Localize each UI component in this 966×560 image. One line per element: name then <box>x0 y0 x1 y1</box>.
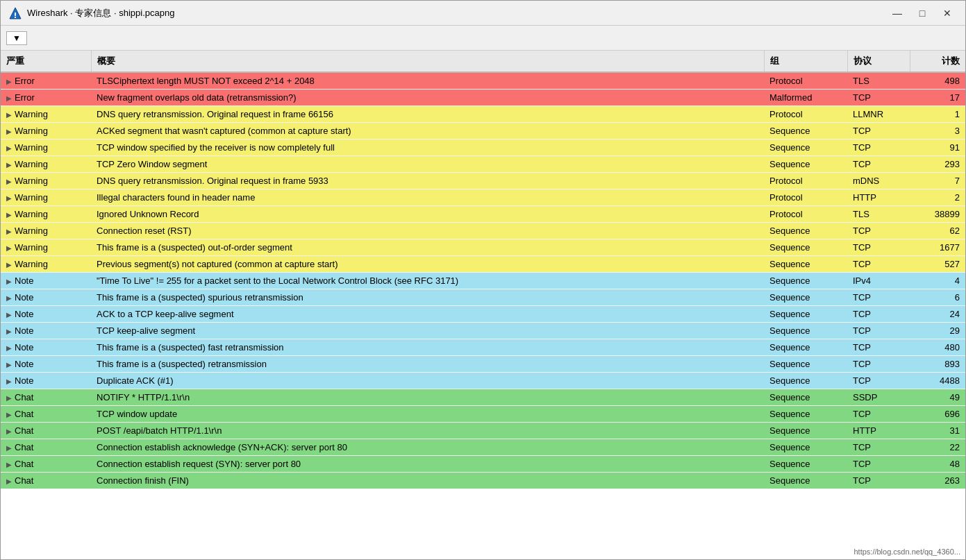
window-controls: — □ ✕ <box>888 6 957 21</box>
cell-protocol: IPv4 <box>847 273 910 289</box>
table-row[interactable]: ▶WarningDNS query retransmission. Origin… <box>1 106 965 123</box>
table-row[interactable]: ▶NoteDuplicate ACK (#1)SequenceTCP4488 <box>1 373 965 389</box>
cell-group: Sequence <box>764 123 847 139</box>
table-row[interactable]: ▶WarningIgnored Unknown RecordProtocolTL… <box>1 206 965 223</box>
cell-summary: NOTIFY * HTTP/1.1\r\n <box>91 389 764 406</box>
expand-icon[interactable]: ▶ <box>6 94 12 102</box>
table-row[interactable]: ▶ChatConnection establish acknowledge (S… <box>1 439 965 456</box>
cell-summary: New fragment overlaps old data (retransm… <box>91 90 764 106</box>
table-row[interactable]: ▶ErrorTLSCiphertext length MUST NOT exce… <box>1 72 965 90</box>
cell-protocol: TCP <box>847 339 910 356</box>
expand-icon[interactable]: ▶ <box>6 344 12 352</box>
cell-protocol: LLMNR <box>847 106 910 123</box>
expand-icon[interactable]: ▶ <box>6 128 12 135</box>
table-row[interactable]: ▶NoteThis frame is a (suspected) spuriou… <box>1 289 965 306</box>
watermark: https://blog.csdn.net/qq_4360... <box>853 548 960 556</box>
cell-summary: ACK to a TCP keep-alive segment <box>91 306 764 323</box>
expand-icon[interactable]: ▶ <box>6 244 12 252</box>
cell-severity: ▶Warning <box>1 156 91 173</box>
cell-severity: ▶Warning <box>1 123 91 139</box>
expand-icon[interactable]: ▶ <box>6 461 12 468</box>
dropdown-button[interactable]: ▼ <box>6 31 27 45</box>
cell-group: Sequence <box>764 473 847 489</box>
table-row[interactable]: ▶WarningDNS query retransmission. Origin… <box>1 173 965 189</box>
cell-count: 49 <box>910 389 965 406</box>
expand-icon[interactable]: ▶ <box>6 477 12 485</box>
expand-icon[interactable]: ▶ <box>6 427 12 435</box>
cell-group: Protocol <box>764 206 847 223</box>
expand-icon[interactable]: ▶ <box>6 161 12 169</box>
header-protocol: 协议 <box>847 51 910 72</box>
expand-icon[interactable]: ▶ <box>6 278 12 285</box>
cell-count: 17 <box>910 90 965 106</box>
cell-summary: TLSCiphertext length MUST NOT exceed 2^1… <box>91 72 764 90</box>
minimize-button[interactable]: — <box>888 6 907 21</box>
table-row[interactable]: ▶ErrorNew fragment overlaps old data (re… <box>1 90 965 106</box>
cell-group: Protocol <box>764 173 847 189</box>
cell-summary: TCP window update <box>91 406 764 423</box>
cell-protocol: TCP <box>847 373 910 389</box>
table-row[interactable]: ▶ChatConnection establish request (SYN):… <box>1 456 965 473</box>
cell-severity: ▶Note <box>1 339 91 356</box>
table-row[interactable]: ▶ChatNOTIFY * HTTP/1.1\r\nSequenceSSDP49 <box>1 389 965 406</box>
table-row[interactable]: ▶WarningConnection reset (RST)SequenceTC… <box>1 223 965 239</box>
table-row[interactable]: ▶WarningACKed segment that wasn't captur… <box>1 123 965 139</box>
cell-summary: DNS query retransmission. Original reque… <box>91 173 764 189</box>
table-row[interactable]: ▶WarningThis frame is a (suspected) out-… <box>1 239 965 256</box>
header-count: 计数 <box>910 51 965 72</box>
cell-group: Malformed <box>764 90 847 106</box>
expand-icon[interactable]: ▶ <box>6 261 12 269</box>
table-row[interactable]: ▶NoteThis frame is a (suspected) fast re… <box>1 339 965 356</box>
expand-icon[interactable]: ▶ <box>6 377 12 385</box>
cell-protocol: mDNS <box>847 173 910 189</box>
expand-icon[interactable]: ▶ <box>6 194 12 202</box>
cell-protocol: TCP <box>847 406 910 423</box>
cell-summary: ACKed segment that wasn't captured (comm… <box>91 123 764 139</box>
table-row[interactable]: ▶ChatConnection finish (FIN)SequenceTCP2… <box>1 473 965 489</box>
expand-icon[interactable]: ▶ <box>6 111 12 119</box>
cell-protocol: TLS <box>847 72 910 90</box>
table-row[interactable]: ▶ChatPOST /eapi/batch HTTP/1.1\r\nSequen… <box>1 423 965 439</box>
expand-icon[interactable]: ▶ <box>6 394 12 402</box>
table-container: 严重 概要 组 协议 计数 ▶ErrorTLSC <box>1 51 965 559</box>
cell-count: 2 <box>910 189 965 206</box>
cell-count: 62 <box>910 223 965 239</box>
expand-icon[interactable]: ▶ <box>6 211 12 219</box>
expand-icon[interactable]: ▶ <box>6 328 12 335</box>
expand-icon[interactable]: ▶ <box>6 311 12 319</box>
expand-icon[interactable]: ▶ <box>6 294 12 302</box>
cell-summary: This frame is a (suspected) out-of-order… <box>91 239 764 256</box>
cell-protocol: TCP <box>847 239 910 256</box>
expand-icon[interactable]: ▶ <box>6 444 12 452</box>
restore-button[interactable]: □ <box>913 6 932 21</box>
table-row[interactable]: ▶NoteThis frame is a (suspected) retrans… <box>1 356 965 373</box>
cell-summary: Connection establish acknowledge (SYN+AC… <box>91 439 764 456</box>
cell-count: 498 <box>910 72 965 90</box>
expand-icon[interactable]: ▶ <box>6 361 12 368</box>
cell-count: 6 <box>910 289 965 306</box>
cell-count: 293 <box>910 156 965 173</box>
expand-icon[interactable]: ▶ <box>6 411 12 418</box>
cell-severity: ▶Chat <box>1 439 91 456</box>
header-group: 组 <box>764 51 847 72</box>
expand-icon[interactable]: ▶ <box>6 228 12 235</box>
table-row[interactable]: ▶WarningPrevious segment(s) not captured… <box>1 256 965 273</box>
table-row[interactable]: ▶NoteACK to a TCP keep-alive segmentSequ… <box>1 306 965 323</box>
table-row[interactable]: ▶WarningIllegal characters found in head… <box>1 189 965 206</box>
cell-protocol: TCP <box>847 456 910 473</box>
cell-group: Protocol <box>764 189 847 206</box>
table-row[interactable]: ▶WarningTCP Zero Window segmentSequenceT… <box>1 156 965 173</box>
cell-group: Sequence <box>764 306 847 323</box>
table-row[interactable]: ▶Note"Time To Live" != 255 for a packet … <box>1 273 965 289</box>
table-row[interactable]: ▶WarningTCP window specified by the rece… <box>1 139 965 156</box>
expand-icon[interactable]: ▶ <box>6 144 12 152</box>
table-header-row: 严重 概要 组 协议 计数 <box>1 51 965 72</box>
close-button[interactable]: ✕ <box>938 6 957 21</box>
expand-icon[interactable]: ▶ <box>6 178 12 185</box>
table-row[interactable]: ▶NoteTCP keep-alive segmentSequenceTCP29 <box>1 323 965 339</box>
cell-group: Sequence <box>764 373 847 389</box>
table-row[interactable]: ▶ChatTCP window updateSequenceTCP696 <box>1 406 965 423</box>
expert-info-table: 严重 概要 组 协议 计数 ▶ErrorTLSC <box>1 51 965 489</box>
cell-group: Sequence <box>764 323 847 339</box>
expand-icon[interactable]: ▶ <box>6 78 12 85</box>
